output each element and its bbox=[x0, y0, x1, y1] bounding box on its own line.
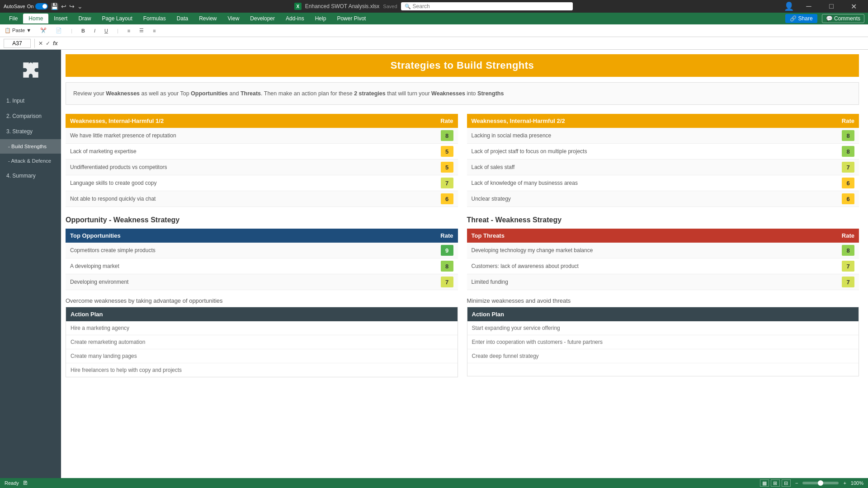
close-button[interactable]: ✕ bbox=[844, 0, 864, 13]
sidebar-item-build-strengths[interactable]: - Build Strengths bbox=[0, 139, 61, 154]
comments-button[interactable]: 💬 Comments bbox=[822, 14, 864, 23]
tab-developer[interactable]: Developer bbox=[245, 14, 280, 23]
share-button[interactable]: 🔗 Share bbox=[785, 14, 817, 23]
cancel-formula-icon[interactable]: ✕ bbox=[38, 40, 43, 47]
ribbon-right-actions: 🔗 Share 💬 Comments bbox=[785, 14, 864, 23]
weaknesses-2-table: Weaknesses, Internal-Harmful 2/2 Rate La… bbox=[467, 114, 859, 207]
search-bar[interactable]: 🔍 bbox=[401, 2, 573, 10]
row-text: Developing technology my change market b… bbox=[472, 247, 593, 253]
table-row: Lacking in social media presence 8 bbox=[467, 128, 859, 144]
zoom-slider-thumb[interactable] bbox=[818, 480, 823, 486]
tab-insert[interactable]: Insert bbox=[48, 14, 73, 23]
tab-formulas[interactable]: Formulas bbox=[138, 14, 171, 23]
zoom-level[interactable]: 100% bbox=[851, 480, 863, 486]
ribbon-bold[interactable]: B bbox=[81, 28, 85, 33]
threat-strategy: Threat - Weakness Strategy Top Threats R… bbox=[467, 216, 859, 377]
comments-icon: 💬 bbox=[826, 15, 834, 22]
redo-icon[interactable]: ↪ bbox=[69, 3, 75, 10]
tab-view[interactable]: View bbox=[222, 14, 245, 23]
opp-strategy-title: Opportunity - Weakness Strategy bbox=[66, 216, 458, 224]
action-row: Hire freelancers to help with copy and p… bbox=[66, 363, 458, 377]
rate-badge: 8 bbox=[842, 130, 854, 141]
scroll-area[interactable]: Strategies to Build Strenghts Review you… bbox=[61, 50, 868, 478]
weaknesses-section: Weaknesses, Internal-Harmful 1/2 Rate We… bbox=[66, 114, 859, 207]
table-row: A developing market 8 bbox=[66, 258, 458, 274]
page-break-view-icon[interactable]: ⊟ bbox=[782, 479, 791, 487]
zoom-slider[interactable] bbox=[802, 482, 839, 484]
content-area: Strategies to Build Strenghts Review you… bbox=[61, 50, 868, 478]
formula-input[interactable] bbox=[61, 42, 864, 44]
threat-action-header-label: Action Plan bbox=[472, 311, 505, 318]
table-row: Language skills to create good copy 7 bbox=[66, 175, 458, 191]
rate-badge: 6 bbox=[842, 193, 854, 204]
minimize-button[interactable]: ─ bbox=[798, 0, 819, 13]
rate-badge: 9 bbox=[441, 245, 453, 256]
rate-badge: 8 bbox=[441, 130, 453, 141]
threat-action-subtitle: Minimize weaknesses and avoid threats bbox=[467, 297, 859, 304]
rate-badge: 7 bbox=[441, 178, 453, 188]
sidebar-item-comparison[interactable]: 2. Comparison bbox=[0, 108, 61, 124]
page-title: Strategies to Build Strenghts bbox=[66, 54, 859, 77]
sidebar-item-strategy[interactable]: 3. Strategy bbox=[0, 124, 61, 139]
threat-header-label: Top Threats bbox=[472, 232, 505, 239]
threat-table: Top Threats Rate Developing technology m… bbox=[467, 229, 859, 290]
autosave-label: AutoSave bbox=[4, 4, 25, 9]
row-text: Lack of project staff to focus on multip… bbox=[472, 148, 587, 155]
status-left: Ready 🖹 bbox=[5, 480, 28, 486]
ribbon-cut[interactable]: ✂️ bbox=[40, 28, 47, 33]
undo-icon[interactable]: ↩ bbox=[61, 3, 66, 10]
normal-view-icon[interactable]: ▦ bbox=[760, 479, 769, 487]
rate-badge: 7 bbox=[842, 277, 854, 287]
tab-data[interactable]: Data bbox=[171, 14, 193, 23]
ribbon-copy[interactable]: 📄 bbox=[56, 28, 62, 33]
table-row: Developing technology my change market b… bbox=[467, 243, 859, 258]
tab-addins[interactable]: Add-ins bbox=[280, 14, 310, 23]
table-row: Lack of sales staff 7 bbox=[467, 160, 859, 175]
rate-badge: 8 bbox=[441, 261, 453, 272]
tab-page-layout[interactable]: Page Layout bbox=[96, 14, 137, 23]
tab-review[interactable]: Review bbox=[193, 14, 222, 23]
ribbon-align-left[interactable]: ≡ bbox=[127, 28, 130, 33]
autosave-switch[interactable] bbox=[35, 3, 48, 9]
cell-reference[interactable] bbox=[4, 39, 31, 48]
tab-powerpivot[interactable]: Power Pivot bbox=[331, 14, 371, 23]
rate-badge: 8 bbox=[842, 146, 854, 157]
page-layout-view-icon[interactable]: ⊞ bbox=[771, 479, 780, 487]
ribbon-align-right[interactable]: ≡ bbox=[153, 28, 156, 33]
status-right: ▦ ⊞ ⊟ − + 100% bbox=[760, 479, 863, 487]
table-row: Unclear strategy 6 bbox=[467, 191, 859, 207]
rate-badge: 5 bbox=[441, 146, 453, 157]
save-icon[interactable]: 💾 bbox=[51, 3, 58, 10]
more-qat-icon[interactable]: ⌄ bbox=[77, 3, 83, 10]
row-text: Developing environment bbox=[70, 279, 128, 285]
tab-file[interactable]: File bbox=[4, 14, 23, 23]
profile-icon[interactable]: 👤 bbox=[784, 1, 794, 11]
ribbon-paste[interactable]: 📋 Paste ▼ bbox=[5, 28, 31, 33]
status-icon: 🖹 bbox=[23, 480, 28, 486]
row-text: Lack of marketing expertise bbox=[70, 148, 137, 155]
tab-draw[interactable]: Draw bbox=[73, 14, 96, 23]
ribbon-italic[interactable]: I bbox=[94, 28, 95, 33]
sidebar-item-summary[interactable]: 4. Summary bbox=[0, 168, 61, 183]
search-input[interactable] bbox=[413, 3, 569, 9]
zoom-in-icon[interactable]: + bbox=[843, 480, 846, 486]
tab-help[interactable]: Help bbox=[310, 14, 332, 23]
table-row: We have little market presence of reputa… bbox=[66, 128, 458, 144]
threat-action-section: Minimize weaknesses and avoid threats Ac… bbox=[467, 297, 859, 376]
autosave-toggle[interactable]: AutoSave On bbox=[4, 3, 48, 9]
sidebar-item-attack-defence[interactable]: - Attack & Defence bbox=[0, 154, 61, 168]
zoom-out-icon[interactable]: − bbox=[795, 480, 798, 486]
row-text: Lack of sales staff bbox=[472, 164, 515, 170]
confirm-formula-icon[interactable]: ✓ bbox=[46, 40, 50, 47]
view-icons: ▦ ⊞ ⊟ bbox=[760, 479, 791, 487]
row-text: We have little market presence of reputa… bbox=[70, 132, 176, 139]
insert-function-icon[interactable]: fx bbox=[53, 40, 58, 47]
ribbon-underline[interactable]: U bbox=[104, 28, 108, 33]
desc-text: Review your Weaknesses as well as your T… bbox=[73, 90, 504, 97]
ribbon-align-center[interactable]: ☰ bbox=[139, 28, 144, 33]
sidebar-item-input[interactable]: 1. Input bbox=[0, 93, 61, 108]
maximize-button[interactable]: □ bbox=[821, 0, 842, 13]
ribbon-divider1: | bbox=[71, 28, 72, 33]
threat-strategy-title: Threat - Weakness Strategy bbox=[467, 216, 859, 224]
tab-home[interactable]: Home bbox=[23, 14, 48, 23]
